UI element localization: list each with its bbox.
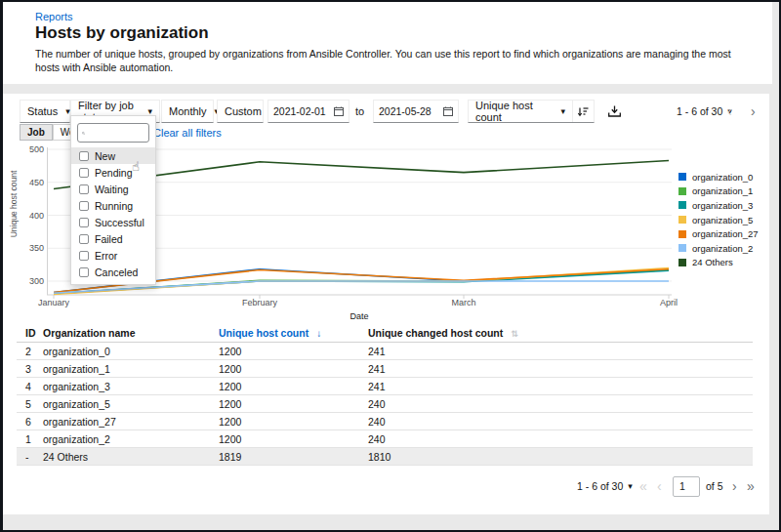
table-cell: 6 xyxy=(25,416,43,428)
col-header-id[interactable]: ID xyxy=(25,327,43,339)
calendar-icon[interactable] xyxy=(334,106,344,116)
table-cell: 2 xyxy=(25,346,43,357)
search-icon xyxy=(82,129,85,138)
legend-swatch xyxy=(678,230,686,238)
footer-pagination-range-select[interactable]: 1 - 6 of 30 ▾ xyxy=(577,474,633,498)
filter-option-label: Successful xyxy=(95,217,144,228)
table-cell: 1200 xyxy=(219,398,368,410)
filter-option-pending[interactable]: Pending xyxy=(71,164,155,181)
y-tick-label: 450 xyxy=(29,178,44,187)
filter-option-successful[interactable]: Successful xyxy=(71,214,155,230)
sort-amount-down-icon xyxy=(578,106,589,117)
filter-option-canceled[interactable]: Canceled xyxy=(71,264,155,280)
y-tick-label: 400 xyxy=(29,211,44,221)
legend-label: organization_3 xyxy=(692,200,753,211)
dropdown-search-input[interactable] xyxy=(88,128,144,139)
table-cell: organization_2 xyxy=(43,433,219,445)
tab-job[interactable]: Job xyxy=(20,124,53,141)
table-cell: organization_3 xyxy=(43,381,219,392)
total-pages-label: of 5 xyxy=(706,474,723,498)
filter-option-waiting[interactable]: Waiting xyxy=(71,181,155,197)
chevron-down-icon: ▾ xyxy=(561,107,566,116)
last-page-button[interactable]: » xyxy=(743,474,759,498)
clear-all-filters-link[interactable]: Clear all filters xyxy=(153,127,222,139)
screenshot-frame: Reports Hosts by organization The number… xyxy=(0,0,781,532)
date-from-input[interactable] xyxy=(273,105,332,117)
legend-item: organization_5 xyxy=(678,213,768,227)
breadcrumb-reports-link[interactable]: Reports xyxy=(35,11,73,22)
date-from-picker[interactable] xyxy=(267,100,349,123)
checkbox-icon[interactable] xyxy=(79,267,89,277)
page-description: The number of unique hosts, grouped by o… xyxy=(35,47,743,74)
legend-swatch xyxy=(678,259,686,266)
x-tick-label: February xyxy=(226,298,294,307)
prev-page-button[interactable]: ‹ xyxy=(653,474,666,498)
filter-option-running[interactable]: Running xyxy=(71,197,155,214)
calendar-icon[interactable] xyxy=(443,106,453,116)
checkbox-icon[interactable] xyxy=(79,168,89,178)
chart-y-axis-title: Unique host count xyxy=(9,150,19,258)
table-cell: 1200 xyxy=(219,346,368,357)
sort-direction-button[interactable] xyxy=(572,101,594,122)
table-cell: 1200 xyxy=(219,363,368,375)
col-header-unique-host-count[interactable]: Unique host count↓ xyxy=(219,327,368,339)
sort-descending-icon: ↓ xyxy=(316,328,321,339)
legend-item: 24 Others xyxy=(678,256,768,270)
chart-legend: organization_0organization_1organization… xyxy=(678,170,768,269)
sort-by-select[interactable]: Unique host count ▾ xyxy=(469,101,572,122)
sort-by-label: Unique host count xyxy=(475,100,554,123)
checkbox-icon[interactable] xyxy=(79,151,89,161)
checkbox-icon[interactable] xyxy=(79,184,89,194)
filter-option-failed[interactable]: Failed xyxy=(71,230,155,247)
legend-label: 24 Others xyxy=(692,257,733,267)
dropdown-search-box[interactable] xyxy=(77,123,149,143)
export-download-icon xyxy=(608,105,621,117)
status-filter-select[interactable]: Status ▾ xyxy=(20,100,70,123)
table-cell: 1 xyxy=(25,433,43,445)
current-page-input[interactable] xyxy=(673,476,700,497)
table-cell: organization_1 xyxy=(43,363,219,375)
checkbox-icon[interactable] xyxy=(79,218,89,227)
table-cell: 5 xyxy=(25,398,43,410)
date-to-input[interactable] xyxy=(379,105,437,117)
table-cell: 241 xyxy=(368,363,753,375)
checkbox-icon[interactable] xyxy=(79,251,89,261)
table-cell: 3 xyxy=(25,363,43,375)
quick-range-select[interactable]: Custom ▾ xyxy=(217,100,264,123)
quick-range-label: Custom xyxy=(225,105,262,117)
granularity-label: Monthly xyxy=(169,105,207,117)
checkbox-icon[interactable] xyxy=(79,201,89,211)
legend-item: organization_3 xyxy=(678,198,768,213)
legend-swatch xyxy=(678,244,686,252)
toolbar-prev-page-button[interactable]: ‹ xyxy=(723,100,736,123)
next-page-button[interactable]: › xyxy=(728,474,741,498)
table-cell: 1819 xyxy=(219,451,368,463)
status-filter-label: Status xyxy=(27,105,58,117)
granularity-select[interactable]: Monthly ▾ xyxy=(161,100,214,123)
col-header-unique-changed-host-count[interactable]: Unique changed host count⇅ xyxy=(368,327,753,339)
filter-option-new[interactable]: New xyxy=(71,147,155,164)
first-page-button[interactable]: « xyxy=(636,474,651,498)
toolbar-next-page-button[interactable]: › xyxy=(747,100,760,123)
y-tick-label: 500 xyxy=(29,144,44,154)
organizations-table: ID Organization name Unique host count↓ … xyxy=(17,324,753,466)
checkbox-icon[interactable] xyxy=(79,234,89,244)
col-header-organization-name[interactable]: Organization name xyxy=(43,327,219,339)
table-cell: 241 xyxy=(368,346,753,357)
legend-label: organization_0 xyxy=(692,172,753,183)
job-status-dropdown-menu: NewPendingWaitingRunningSuccessfulFailed… xyxy=(70,115,156,285)
date-to-picker[interactable] xyxy=(373,100,459,123)
filter-option-error[interactable]: Error xyxy=(71,247,155,264)
date-range-to-label: to xyxy=(355,100,364,123)
report-card: Status ▾ Filter by job status ▾ Monthly … xyxy=(3,94,769,514)
x-tick-label: March xyxy=(430,298,498,307)
table-cell: 241 xyxy=(368,381,753,392)
export-button[interactable] xyxy=(608,100,621,123)
toolbar-pagination-range: 1 - 6 of 30 xyxy=(677,105,722,117)
table-cell: 4 xyxy=(25,381,43,392)
page-title: Hosts by organization xyxy=(35,23,209,43)
table-cell: 24 Others xyxy=(43,451,219,463)
table-row: 1organization_21200240 xyxy=(17,430,753,448)
table-cell: organization_5 xyxy=(43,398,219,410)
legend-label: organization_5 xyxy=(692,215,753,225)
